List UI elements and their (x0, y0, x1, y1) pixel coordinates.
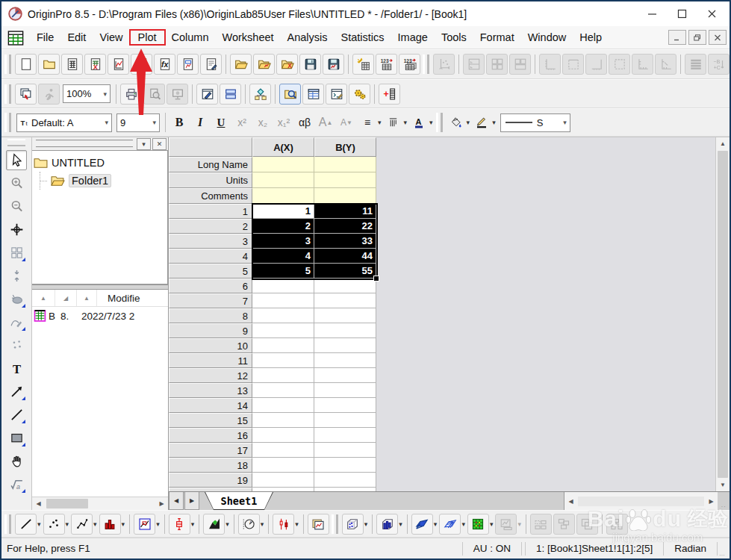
row-header-19[interactable]: 19 (169, 473, 252, 488)
cell-b1[interactable]: 11 (314, 204, 376, 219)
column-plot-dropdown[interactable]: ▾ (122, 520, 125, 528)
cell-b13[interactable] (314, 383, 376, 398)
subsuperscript-button[interactable]: x₁² (273, 113, 294, 132)
menu-view[interactable]: View (93, 29, 129, 46)
row-header-17[interactable]: 17 (169, 443, 252, 458)
scroll-right-icon[interactable]: ▶ (705, 492, 718, 510)
slide-show-button[interactable] (167, 84, 188, 105)
toolbar-handle[interactable] (4, 55, 11, 74)
zoom-out-tool-button[interactable] (6, 196, 27, 217)
cell-b9[interactable] (314, 323, 376, 338)
cell-a14[interactable] (252, 398, 314, 413)
new-function-button[interactable]: fx (154, 54, 175, 75)
menu-column[interactable]: Column (165, 29, 216, 46)
arrow-tool-button[interactable] (6, 382, 27, 402)
cell-b19[interactable] (314, 473, 376, 488)
print-button[interactable] (120, 84, 142, 105)
cell-a7[interactable] (252, 293, 314, 308)
cell-comments-a[interactable] (252, 188, 314, 204)
cell-a20[interactable] (252, 488, 314, 491)
pointer-tool-button[interactable] (6, 150, 27, 170)
zoom-in-tool-button[interactable] (6, 173, 27, 193)
polar-plot-button[interactable]: r (238, 514, 260, 535)
3d-scatter-plot-button[interactable] (342, 514, 364, 535)
code-builder-button[interactable] (349, 84, 370, 105)
split-view-button[interactable] (220, 84, 241, 105)
toolbar-handle[interactable] (4, 113, 11, 132)
open-template-button[interactable] (253, 54, 275, 75)
equation-tool-button[interactable]: a (6, 474, 27, 494)
tree-item-folder1[interactable]: Folder1 (34, 172, 166, 190)
data-selector-tool-button[interactable] (6, 266, 27, 286)
vertical-scrollbar[interactable]: ▲ ▼ (715, 137, 730, 491)
cell-a18[interactable] (252, 458, 314, 473)
cell-b20[interactable] (314, 488, 376, 491)
row-header-5[interactable]: 5 (169, 264, 252, 279)
underline-button[interactable]: U (211, 113, 231, 132)
cell-b7[interactable] (314, 293, 376, 308)
new-folder-button[interactable] (38, 54, 60, 75)
stock-plot-dropdown[interactable]: ▾ (295, 520, 299, 528)
mdi-restore-button[interactable] (688, 30, 706, 45)
menu-worksheet[interactable]: Worksheet (216, 29, 281, 46)
polar-plot-dropdown[interactable]: ▾ (261, 520, 264, 528)
horizontal-scrollbar[interactable]: ◀ ▶ (32, 497, 168, 510)
swap-bc-button[interactable]: −B+C (708, 54, 730, 75)
box-plot-dropdown[interactable]: ▾ (191, 520, 195, 528)
scrollbar-track[interactable] (578, 497, 704, 506)
layer-top-button[interactable] (463, 54, 485, 75)
cell-b5[interactable]: 55 (314, 264, 376, 279)
save-template-button[interactable] (323, 54, 344, 75)
row-header-7[interactable]: 7 (169, 293, 252, 308)
chevron-down-icon[interactable]: ▾ (429, 119, 433, 126)
line-style-combo[interactable]: S ▾ (500, 113, 570, 132)
minimize-button[interactable] (637, 4, 667, 24)
cell-a16[interactable] (252, 428, 314, 443)
row-header-15[interactable]: 15 (169, 413, 252, 428)
cell-a19[interactable] (252, 473, 314, 488)
insert-graph-dropdown[interactable]: ▾ (517, 520, 521, 528)
row-header-13[interactable]: 13 (169, 383, 252, 398)
draw-data-tool-button[interactable] (6, 312, 27, 332)
frame-right-button[interactable] (585, 54, 607, 75)
menu-statistics[interactable]: Statistics (335, 29, 391, 46)
new-notes-window-button[interactable] (196, 84, 218, 105)
column-header-a[interactable]: A(X) (252, 137, 314, 157)
cell-b15[interactable] (314, 413, 376, 428)
open-excel-button[interactable]: X (276, 54, 298, 75)
cell-comments-b[interactable] (314, 188, 376, 204)
print-preview-button[interactable] (143, 84, 165, 105)
screen-reader-tool-button[interactable] (6, 220, 27, 240)
group-objects-button[interactable] (606, 514, 628, 535)
contour-plot-dropdown[interactable]: ▾ (490, 520, 494, 528)
3d-scatter-plot-dropdown[interactable]: ▾ (364, 520, 368, 528)
row-header-2[interactable]: 2 (169, 219, 252, 234)
frame-corner-button[interactable] (539, 54, 561, 75)
mdi-close-button[interactable] (709, 30, 727, 45)
row-header-12[interactable]: 12 (169, 368, 252, 383)
toolbar-handle[interactable] (4, 514, 11, 534)
3d-surface-plot-dropdown[interactable]: ▾ (434, 520, 438, 528)
zoom-panel-plot-dropdown[interactable]: ▾ (156, 520, 160, 528)
rectangle-tool-button[interactable] (6, 428, 27, 448)
new-excel-button[interactable]: X (84, 54, 106, 75)
cell-b18[interactable] (314, 458, 376, 473)
frame-ticks-in-button[interactable] (655, 54, 676, 75)
toolbar-handle[interactable] (423, 55, 429, 74)
row-label-units[interactable]: Units (169, 172, 252, 188)
line-color-button[interactable] (471, 113, 492, 132)
modified-column-header[interactable]: Modifie (97, 293, 140, 304)
area-plot-button[interactable] (203, 514, 225, 535)
cell-a13[interactable] (252, 383, 314, 398)
regional-select-tool-button[interactable] (6, 243, 27, 263)
new-layout-button[interactable] (177, 54, 199, 75)
menu-file[interactable]: File (30, 29, 60, 46)
cell-a9[interactable] (252, 323, 314, 338)
menu-edit[interactable]: Edit (60, 29, 93, 46)
mdi-minimize-button[interactable] (668, 30, 686, 45)
cell-b16[interactable] (314, 428, 376, 443)
font-color-button[interactable]: A (408, 113, 429, 132)
script-window-button[interactable] (326, 84, 347, 105)
cell-a5[interactable]: 5 (252, 264, 314, 279)
area-plot-dropdown[interactable]: ▾ (225, 520, 229, 528)
